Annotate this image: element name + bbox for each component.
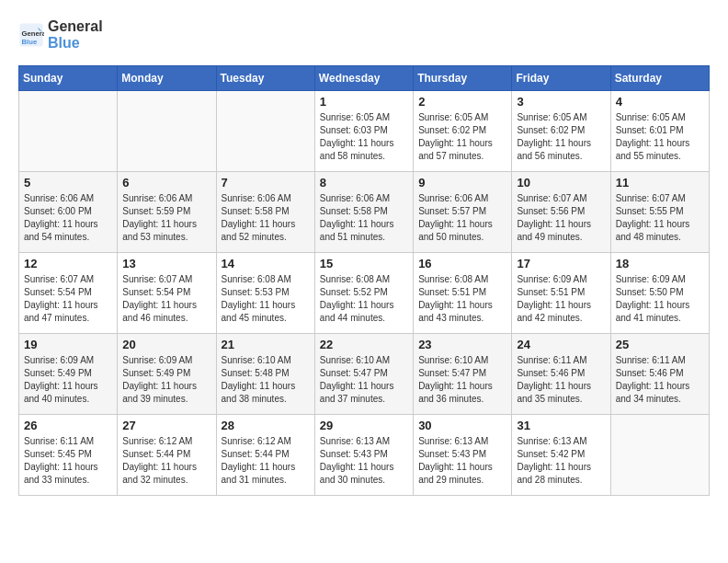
day-number: 5 bbox=[24, 176, 112, 190]
cell-info: Sunrise: 6:11 AM Sunset: 5:46 PM Dayligh… bbox=[616, 354, 704, 406]
calendar-cell: 25Sunrise: 6:11 AM Sunset: 5:46 PM Dayli… bbox=[610, 334, 709, 415]
day-number: 31 bbox=[517, 419, 605, 432]
calendar-cell: 1Sunrise: 6:05 AM Sunset: 6:03 PM Daylig… bbox=[314, 91, 413, 172]
day-number: 9 bbox=[418, 176, 506, 190]
cell-info: Sunrise: 6:09 AM Sunset: 5:49 PM Dayligh… bbox=[122, 354, 210, 406]
calendar-cell: 20Sunrise: 6:09 AM Sunset: 5:49 PM Dayli… bbox=[118, 334, 216, 415]
day-number: 16 bbox=[418, 257, 506, 270]
day-number: 28 bbox=[222, 419, 310, 432]
calendar-cell: 12Sunrise: 6:07 AM Sunset: 5:54 PM Dayli… bbox=[19, 253, 118, 334]
calendar-week-row: 12Sunrise: 6:07 AM Sunset: 5:54 PM Dayli… bbox=[19, 253, 710, 334]
day-number: 17 bbox=[517, 257, 605, 270]
cell-info: Sunrise: 6:11 AM Sunset: 5:46 PM Dayligh… bbox=[517, 354, 605, 406]
cell-info: Sunrise: 6:09 AM Sunset: 5:49 PM Dayligh… bbox=[24, 354, 112, 406]
calendar-week-row: 5Sunrise: 6:06 AM Sunset: 6:00 PM Daylig… bbox=[19, 172, 710, 253]
calendar-cell: 26Sunrise: 6:11 AM Sunset: 5:45 PM Dayli… bbox=[19, 415, 118, 496]
calendar-cell: 7Sunrise: 6:06 AM Sunset: 5:58 PM Daylig… bbox=[216, 172, 314, 253]
day-number: 11 bbox=[616, 176, 704, 190]
cell-info: Sunrise: 6:05 AM Sunset: 6:03 PM Dayligh… bbox=[320, 111, 408, 163]
cell-info: Sunrise: 6:08 AM Sunset: 5:52 PM Dayligh… bbox=[320, 273, 408, 325]
day-number: 29 bbox=[320, 419, 408, 432]
day-of-week-header: Monday bbox=[118, 66, 216, 91]
page-header: General Blue General Blue bbox=[18, 18, 710, 51]
calendar-cell: 30Sunrise: 6:13 AM Sunset: 5:43 PM Dayli… bbox=[414, 415, 512, 496]
calendar-cell: 9Sunrise: 6:06 AM Sunset: 5:57 PM Daylig… bbox=[414, 172, 512, 253]
day-of-week-header: Friday bbox=[512, 66, 610, 91]
day-number: 1 bbox=[320, 95, 408, 109]
calendar-cell: 10Sunrise: 6:07 AM Sunset: 5:56 PM Dayli… bbox=[512, 172, 610, 253]
day-number: 25 bbox=[616, 338, 704, 351]
day-of-week-header: Saturday bbox=[610, 66, 709, 91]
calendar-cell: 17Sunrise: 6:09 AM Sunset: 5:51 PM Dayli… bbox=[512, 253, 610, 334]
cell-info: Sunrise: 6:07 AM Sunset: 5:54 PM Dayligh… bbox=[24, 273, 112, 325]
day-number: 21 bbox=[222, 338, 310, 351]
day-number: 12 bbox=[24, 257, 112, 270]
cell-info: Sunrise: 6:05 AM Sunset: 6:01 PM Dayligh… bbox=[616, 111, 704, 163]
calendar-cell: 19Sunrise: 6:09 AM Sunset: 5:49 PM Dayli… bbox=[19, 334, 118, 415]
day-number: 30 bbox=[418, 419, 506, 432]
calendar-cell: 2Sunrise: 6:05 AM Sunset: 6:02 PM Daylig… bbox=[414, 91, 512, 172]
calendar-cell bbox=[216, 91, 314, 172]
calendar-cell: 6Sunrise: 6:06 AM Sunset: 5:59 PM Daylig… bbox=[118, 172, 216, 253]
calendar-cell: 24Sunrise: 6:11 AM Sunset: 5:46 PM Dayli… bbox=[512, 334, 610, 415]
cell-info: Sunrise: 6:12 AM Sunset: 5:44 PM Dayligh… bbox=[222, 435, 310, 487]
day-number: 18 bbox=[616, 257, 704, 270]
calendar-cell: 28Sunrise: 6:12 AM Sunset: 5:44 PM Dayli… bbox=[216, 415, 314, 496]
calendar-cell bbox=[19, 91, 118, 172]
cell-info: Sunrise: 6:05 AM Sunset: 6:02 PM Dayligh… bbox=[517, 111, 605, 163]
day-number: 23 bbox=[418, 338, 506, 351]
calendar-cell: 29Sunrise: 6:13 AM Sunset: 5:43 PM Dayli… bbox=[314, 415, 413, 496]
calendar-week-row: 26Sunrise: 6:11 AM Sunset: 5:45 PM Dayli… bbox=[19, 415, 710, 496]
day-number: 27 bbox=[122, 419, 210, 432]
day-of-week-header: Tuesday bbox=[216, 66, 314, 91]
day-number: 8 bbox=[320, 176, 408, 190]
day-of-week-header: Thursday bbox=[414, 66, 512, 91]
day-number: 7 bbox=[222, 176, 310, 190]
calendar-cell: 14Sunrise: 6:08 AM Sunset: 5:53 PM Dayli… bbox=[216, 253, 314, 334]
cell-info: Sunrise: 6:05 AM Sunset: 6:02 PM Dayligh… bbox=[418, 111, 506, 163]
day-number: 24 bbox=[517, 338, 605, 351]
svg-text:General: General bbox=[22, 29, 45, 38]
calendar-cell: 8Sunrise: 6:06 AM Sunset: 5:58 PM Daylig… bbox=[314, 172, 413, 253]
day-number: 22 bbox=[320, 338, 408, 351]
cell-info: Sunrise: 6:13 AM Sunset: 5:42 PM Dayligh… bbox=[517, 435, 605, 487]
cell-info: Sunrise: 6:06 AM Sunset: 5:58 PM Dayligh… bbox=[320, 192, 408, 244]
day-number: 3 bbox=[517, 95, 605, 109]
calendar-cell: 15Sunrise: 6:08 AM Sunset: 5:52 PM Dayli… bbox=[314, 253, 413, 334]
calendar-cell: 11Sunrise: 6:07 AM Sunset: 5:55 PM Dayli… bbox=[610, 172, 709, 253]
cell-info: Sunrise: 6:07 AM Sunset: 5:54 PM Dayligh… bbox=[122, 273, 210, 325]
calendar-cell: 27Sunrise: 6:12 AM Sunset: 5:44 PM Dayli… bbox=[118, 415, 216, 496]
day-number: 14 bbox=[222, 257, 310, 270]
cell-info: Sunrise: 6:08 AM Sunset: 5:53 PM Dayligh… bbox=[222, 273, 310, 325]
cell-info: Sunrise: 6:06 AM Sunset: 6:00 PM Dayligh… bbox=[24, 192, 112, 244]
day-number: 15 bbox=[320, 257, 408, 270]
day-of-week-header: Wednesday bbox=[314, 66, 413, 91]
calendar-cell bbox=[118, 91, 216, 172]
cell-info: Sunrise: 6:13 AM Sunset: 5:43 PM Dayligh… bbox=[418, 435, 506, 487]
svg-text:Blue: Blue bbox=[22, 37, 38, 45]
cell-info: Sunrise: 6:08 AM Sunset: 5:51 PM Dayligh… bbox=[418, 273, 506, 325]
cell-info: Sunrise: 6:06 AM Sunset: 5:57 PM Dayligh… bbox=[418, 192, 506, 244]
day-number: 13 bbox=[122, 257, 210, 270]
cell-info: Sunrise: 6:10 AM Sunset: 5:47 PM Dayligh… bbox=[320, 354, 408, 406]
cell-info: Sunrise: 6:12 AM Sunset: 5:44 PM Dayligh… bbox=[122, 435, 210, 487]
cell-info: Sunrise: 6:07 AM Sunset: 5:55 PM Dayligh… bbox=[616, 192, 704, 244]
calendar-cell: 3Sunrise: 6:05 AM Sunset: 6:02 PM Daylig… bbox=[512, 91, 610, 172]
calendar-table: SundayMondayTuesdayWednesdayThursdayFrid… bbox=[18, 65, 710, 496]
calendar-week-row: 19Sunrise: 6:09 AM Sunset: 5:49 PM Dayli… bbox=[19, 334, 710, 415]
calendar-cell: 22Sunrise: 6:10 AM Sunset: 5:47 PM Dayli… bbox=[314, 334, 413, 415]
day-number: 20 bbox=[122, 338, 210, 351]
day-number: 4 bbox=[616, 95, 704, 109]
cell-info: Sunrise: 6:10 AM Sunset: 5:48 PM Dayligh… bbox=[222, 354, 310, 406]
cell-info: Sunrise: 6:09 AM Sunset: 5:51 PM Dayligh… bbox=[517, 273, 605, 325]
calendar-cell: 21Sunrise: 6:10 AM Sunset: 5:48 PM Dayli… bbox=[216, 334, 314, 415]
calendar-week-row: 1Sunrise: 6:05 AM Sunset: 6:03 PM Daylig… bbox=[19, 91, 710, 172]
calendar-cell: 16Sunrise: 6:08 AM Sunset: 5:51 PM Dayli… bbox=[414, 253, 512, 334]
calendar-header-row: SundayMondayTuesdayWednesdayThursdayFrid… bbox=[19, 66, 710, 91]
cell-info: Sunrise: 6:06 AM Sunset: 5:58 PM Dayligh… bbox=[222, 192, 310, 244]
cell-info: Sunrise: 6:11 AM Sunset: 5:45 PM Dayligh… bbox=[24, 435, 112, 487]
cell-info: Sunrise: 6:13 AM Sunset: 5:43 PM Dayligh… bbox=[320, 435, 408, 487]
logo-icon: General Blue bbox=[18, 22, 44, 48]
cell-info: Sunrise: 6:06 AM Sunset: 5:59 PM Dayligh… bbox=[122, 192, 210, 244]
calendar-cell: 23Sunrise: 6:10 AM Sunset: 5:47 PM Dayli… bbox=[414, 334, 512, 415]
